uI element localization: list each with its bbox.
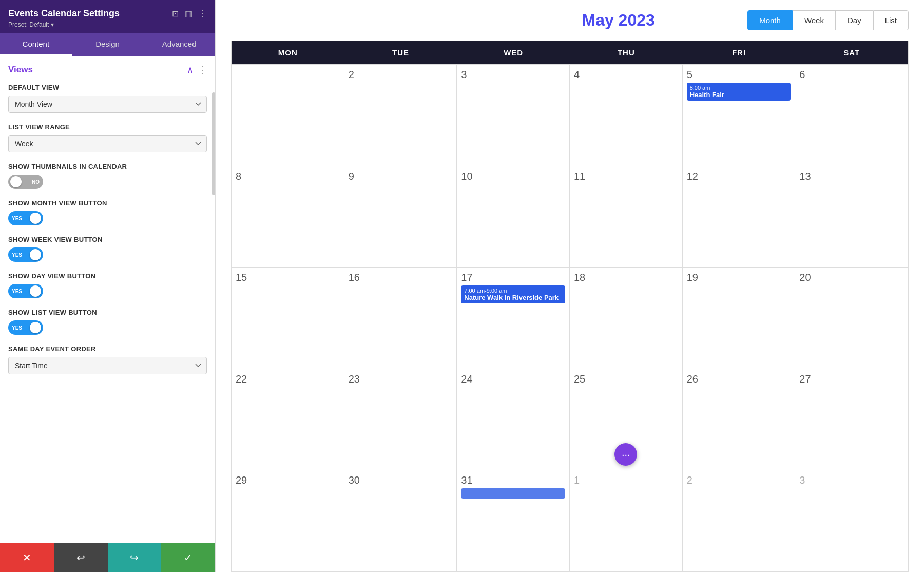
list-view-range-label: List View Range (8, 123, 207, 131)
date-w2d6: 13 (799, 170, 904, 182)
show-list-view-label: Show List View Button (8, 309, 207, 316)
day-header-fri: FRI (683, 41, 796, 64)
cell-w4d3[interactable]: 24 (457, 369, 570, 470)
view-week-button[interactable]: Week (793, 10, 836, 30)
sidebar-header-icons: ⊡ ▥ ⋮ (172, 9, 207, 18)
cell-w2d5[interactable]: 12 (683, 166, 796, 268)
date-w3d6: 20 (799, 272, 904, 283)
cell-w3d2[interactable]: 16 (344, 268, 457, 369)
tab-design[interactable]: Design (72, 33, 144, 56)
event-health-fair[interactable]: 8:00 am Health Fair (687, 83, 791, 101)
show-week-view-toggle[interactable]: YES (8, 247, 43, 262)
redo-icon: ↪ (130, 551, 139, 564)
cell-w1d5[interactable]: 5 8:00 am Health Fair (683, 65, 796, 166)
cell-w4d5[interactable]: 26 (683, 369, 796, 470)
views-section-header: Views ∧ ⋮ (8, 64, 207, 75)
undo-button[interactable]: ↩ (54, 543, 108, 572)
calendar-weeks: 2 3 4 5 8:00 am Health Fair 6 (232, 64, 908, 571)
show-month-view-button-field: Show Month View Button YES (8, 199, 207, 225)
view-list-button[interactable]: List (873, 10, 909, 30)
cell-w3d6[interactable]: 20 (795, 268, 908, 369)
tab-content[interactable]: Content (0, 33, 72, 56)
cell-w1d3[interactable]: 3 (457, 65, 570, 166)
same-day-event-order-select[interactable]: Start Time End Time Title (8, 357, 207, 374)
view-day-button[interactable]: Day (836, 10, 873, 30)
calendar-area: May 2023 Month Week Day List MON TUE WED… (216, 0, 924, 572)
event-nature-walk[interactable]: 7:00 am-9:00 am Nature Walk in Riverside… (461, 285, 565, 303)
default-view-select[interactable]: Month View Week View Day View List View (8, 96, 207, 113)
fab-button[interactable]: ··· (614, 443, 637, 466)
chevron-up-icon[interactable]: ∧ (187, 64, 194, 75)
cell-w5d4[interactable]: 1 (570, 470, 683, 571)
fab-dots-icon: ··· (622, 449, 630, 461)
cell-w3d4[interactable]: 18 (570, 268, 683, 369)
cell-w4d1[interactable]: 22 (232, 369, 344, 470)
calendar-week-4: 22 23 24 25 ··· 26 27 (232, 369, 908, 470)
views-section-title: Views (8, 65, 33, 75)
show-list-view-knob (30, 322, 41, 333)
columns-icon[interactable]: ▥ (185, 9, 192, 18)
view-month-button[interactable]: Month (747, 10, 793, 30)
cell-w1d1[interactable] (232, 65, 344, 166)
show-day-view-toggle[interactable]: YES (8, 284, 43, 298)
calendar-grid: MON TUE WED THU FRI SAT 2 3 4 (231, 41, 909, 572)
default-view-field: Default View Month View Week View Day Vi… (8, 84, 207, 113)
cell-w3d5[interactable]: 19 (683, 268, 796, 369)
cell-w5d6[interactable]: 3 (795, 470, 908, 571)
date-w1d2: 2 (349, 69, 453, 81)
cell-w4d4[interactable]: 25 ··· (570, 369, 683, 470)
more-options-icon[interactable]: ⋮ (199, 9, 207, 18)
undo-icon: ↩ (76, 551, 85, 564)
show-month-view-knob (30, 213, 41, 224)
event-nature-walk-name: Nature Walk in Riverside Park (464, 294, 562, 301)
event-partial[interactable] (461, 488, 565, 499)
show-list-view-toggle[interactable]: YES (8, 320, 43, 335)
date-w2d1: 8 (236, 170, 340, 182)
cell-w5d1[interactable]: 29 (232, 470, 344, 571)
cell-w2d4[interactable]: 11 (570, 166, 683, 268)
date-w1d4: 4 (574, 69, 678, 81)
date-w5d1: 29 (236, 474, 340, 486)
redo-button[interactable]: ↪ (108, 543, 162, 572)
date-w5d2: 30 (349, 474, 453, 486)
show-month-view-toggle[interactable]: YES (8, 211, 43, 225)
date-w1d6: 6 (799, 69, 904, 81)
date-w2d5: 12 (687, 170, 791, 182)
cell-w2d2[interactable]: 9 (344, 166, 457, 268)
cell-w3d3[interactable]: 17 7:00 am-9:00 am Nature Walk in Rivers… (457, 268, 570, 369)
sidebar-preset[interactable]: Preset: Default ▾ (8, 21, 207, 28)
date-w5d4: 1 (574, 474, 678, 486)
cell-w5d5[interactable]: 2 (683, 470, 796, 571)
cell-w3d1[interactable]: 15 (232, 268, 344, 369)
cell-w1d6[interactable]: 6 (795, 65, 908, 166)
show-thumbnails-field: Show Thumbnails In Calendar NO (8, 163, 207, 189)
show-week-view-label: Show Week View Button (8, 236, 207, 243)
day-header-wed: WED (457, 41, 570, 64)
sidebar-body: Views ∧ ⋮ Default View Month View Week V… (0, 56, 215, 543)
list-view-range-select[interactable]: Day Week Month Year (8, 135, 207, 152)
cell-w4d6[interactable]: 27 (795, 369, 908, 470)
date-w3d1: 15 (236, 272, 340, 283)
save-button[interactable]: ✓ (161, 543, 215, 572)
fullscreen-icon[interactable]: ⊡ (172, 9, 179, 18)
show-thumbnails-toggle[interactable]: NO (8, 175, 43, 189)
date-w2d2: 9 (349, 170, 453, 182)
calendar-week-5: 29 30 31 1 2 3 (232, 470, 908, 571)
event-health-fair-time: 8:00 am (690, 85, 788, 91)
sidebar-tabs: Content Design Advanced (0, 33, 215, 56)
cell-w5d3[interactable]: 31 (457, 470, 570, 571)
cell-w4d2[interactable]: 23 (344, 369, 457, 470)
tab-advanced[interactable]: Advanced (143, 33, 215, 56)
show-list-view-toggle-text: YES (12, 325, 22, 331)
section-more-icon[interactable]: ⋮ (198, 64, 207, 75)
date-w4d1: 22 (236, 373, 340, 385)
cell-w1d2[interactable]: 2 (344, 65, 457, 166)
cancel-button[interactable]: ✕ (0, 543, 54, 572)
cell-w2d3[interactable]: 10 (457, 166, 570, 268)
cell-w5d2[interactable]: 30 (344, 470, 457, 571)
cell-w2d6[interactable]: 13 (795, 166, 908, 268)
cell-w1d4[interactable]: 4 (570, 65, 683, 166)
show-day-view-label: Show Day View Button (8, 272, 207, 280)
cell-w2d1[interactable]: 8 (232, 166, 344, 268)
same-day-event-order-field: Same Day Event Order Start Time End Time… (8, 345, 207, 374)
